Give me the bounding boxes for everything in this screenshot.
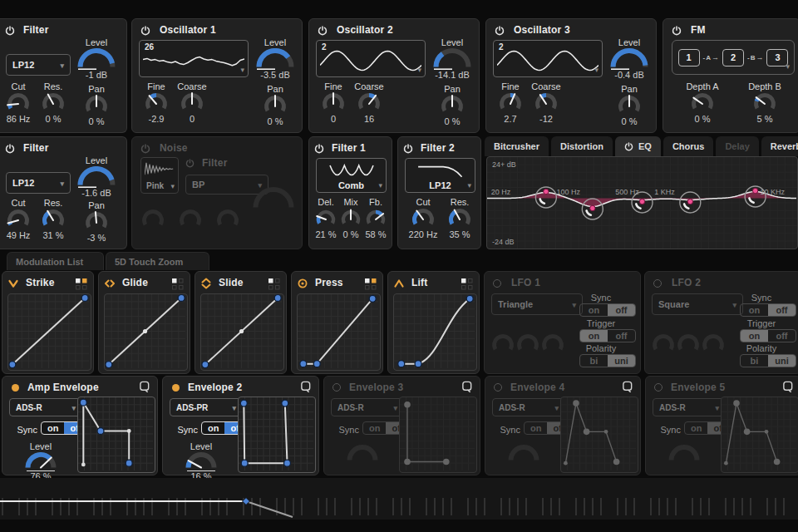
enable-circle-icon[interactable] [653,279,662,288]
res-knob[interactable]: Res. 31 % [35,198,71,241]
copy-icon[interactable] [622,381,633,392]
envelope-display[interactable] [560,397,638,473]
copy-icon[interactable] [782,381,794,392]
noise-knob[interactable] [138,209,168,230]
sync-toggle[interactable]: onoff [579,303,636,317]
filter-type-dropdown[interactable]: LP12 [6,172,71,194]
mix-knob[interactable]: Mix 0 % [337,197,364,240]
envelope-display[interactable] [77,397,155,473]
toggle-off[interactable]: off [768,304,796,316]
res-knob[interactable]: Res. 35 % [441,197,478,240]
copy-icon[interactable] [461,381,473,392]
tab-eq[interactable]: EQ [615,136,661,156]
power-icon[interactable] [140,144,150,154]
power-icon[interactable] [140,26,150,36]
noise-knob[interactable] [213,209,243,230]
envelope-level-knob[interactable]: Level 76 % [17,441,64,482]
feedback-knob[interactable]: Fb. 58 % [362,197,389,240]
view-grid-icon[interactable] [268,278,280,290]
power-icon[interactable] [318,26,328,36]
coarse-knob[interactable]: Coarse -12 [528,81,564,125]
toggle-off[interactable]: off [608,304,635,316]
toggle-on[interactable]: on [580,330,608,342]
enable-dot-icon[interactable] [12,384,19,392]
envelope-mode-dropdown[interactable]: ADS-PR [170,398,243,416]
envelope-mode-dropdown[interactable]: ADS-R [492,398,565,416]
enable-circle-icon[interactable] [494,383,502,392]
trigger-toggle[interactable]: onoff [740,329,796,342]
depth-a-knob[interactable]: Depth A 0 % [681,81,724,125]
level-gauge[interactable]: Level -1 dB [73,37,120,81]
lfo-knob[interactable] [538,333,568,355]
toggle-off[interactable]: off [768,330,796,342]
envelope-mode-dropdown[interactable]: ADS-R [9,398,82,416]
toggle-bi[interactable]: bi [741,355,768,367]
pan-knob[interactable]: Pan 0 % [429,84,475,127]
tab-distortion[interactable]: Distortion [551,136,613,156]
tab-delay[interactable]: Delay [716,136,758,156]
toggle-uni[interactable]: uni [608,355,635,367]
cut-knob[interactable]: Cut 49 Hz [0,198,37,241]
level-gauge[interactable]: Level -0.4 dB [606,37,653,81]
toggle-on[interactable]: on [42,422,64,434]
pan-knob[interactable]: Pan 0 % [252,84,298,127]
copy-icon[interactable] [300,381,312,392]
envelope-level-knob[interactable]: Level 16 % [178,441,224,482]
pan-knob[interactable]: Pan 0 % [78,84,115,127]
press-curve-display[interactable] [297,293,381,371]
tab-5d-touch-zoom[interactable]: 5D Touch Zoom [106,252,209,270]
enable-dot-icon[interactable] [172,384,180,392]
envelope-display[interactable] [721,397,798,473]
power-icon[interactable] [624,142,633,151]
power-icon[interactable] [5,144,15,154]
noise-filter-power-icon[interactable] [185,159,195,168]
power-icon[interactable] [403,144,413,154]
strike-curve-display[interactable] [7,293,91,371]
envelope-level-knob[interactable] [339,445,386,463]
polarity-toggle[interactable]: biuni [740,354,796,367]
wavetable-display[interactable]: 26 [139,40,249,77]
lift-curve-display[interactable] [393,293,477,371]
toggle-on[interactable]: on [525,422,547,434]
noise-type-picker[interactable]: Pink [140,157,179,194]
power-icon[interactable] [672,26,682,36]
view-grid-icon[interactable] [172,278,184,290]
noise-knob[interactable] [175,209,205,230]
envelope-level-knob[interactable] [661,445,707,463]
tab-modulation-list[interactable]: Modulation List [7,252,104,270]
level-gauge[interactable]: Level -3.5 dB [252,37,298,81]
noise-level-gauge[interactable] [250,187,297,210]
envelope-level-knob[interactable] [500,445,547,463]
toggle-on[interactable]: on [741,330,768,342]
pan-knob[interactable]: Pan 0 % [606,84,653,127]
copy-icon[interactable] [139,381,150,392]
toggle-bi[interactable]: bi [580,355,608,367]
envelope-mode-dropdown[interactable]: ADS-R [331,398,404,416]
toggle-on[interactable]: on [580,304,608,316]
res-knob[interactable]: Res. 0 % [35,81,71,125]
fine-knob[interactable]: Fine 0 [315,81,352,125]
toggle-on[interactable]: on [363,422,386,434]
power-icon[interactable] [495,26,505,36]
view-grid-icon[interactable] [76,278,87,290]
filter-type-picker[interactable]: LP12 [405,158,475,193]
coarse-knob[interactable]: Coarse 0 [174,81,210,125]
slide-curve-display[interactable] [200,293,284,371]
keyboard-tracking-strip[interactable] [0,478,798,532]
power-icon[interactable] [5,26,15,36]
depth-b-knob[interactable]: Depth B 5 % [743,81,786,125]
enable-circle-icon[interactable] [493,279,501,288]
toggle-on[interactable]: on [202,422,224,434]
envelope-display[interactable] [238,397,316,473]
wavetable-display[interactable]: 2 [316,40,426,77]
envelope-display[interactable] [399,397,477,473]
fm-routing-display[interactable]: 1 A 2 B 3 [672,40,795,75]
filter-type-dropdown[interactable]: LP12 [6,54,71,76]
toggle-uni[interactable]: uni [768,355,796,367]
glide-curve-display[interactable] [104,293,188,371]
view-grid-icon[interactable] [461,278,473,290]
toggle-on[interactable]: on [685,422,707,434]
cut-knob[interactable]: Cut 86 Hz [0,81,37,125]
polarity-toggle[interactable]: biuni [579,354,636,367]
lfo-knob[interactable] [698,333,728,355]
